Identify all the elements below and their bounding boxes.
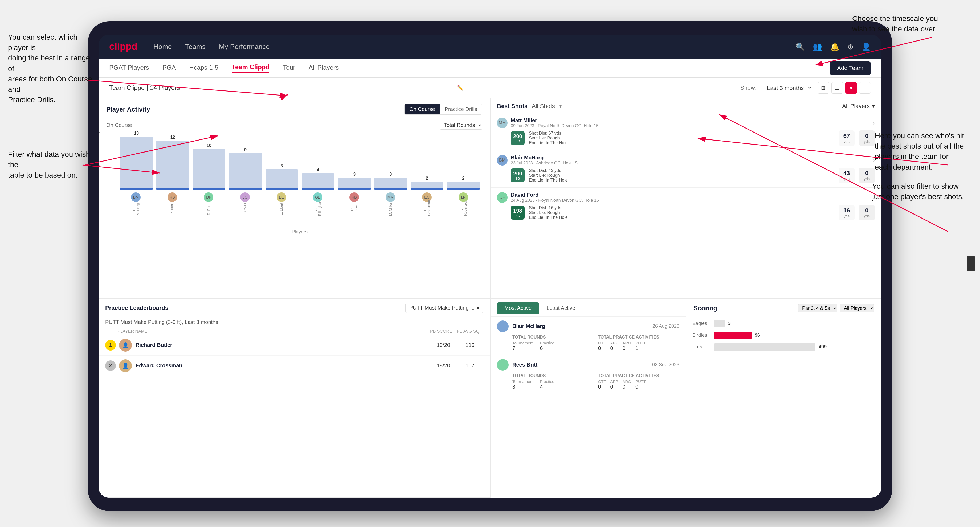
- player-name-david-ford: David Ford: [511, 192, 870, 198]
- view-icons: ⊞ ☰ ♥ ≡: [818, 82, 871, 94]
- shot-item-matt-miller: MM Matt Miller 09 Jun 2023 · Royal North…: [490, 113, 881, 151]
- view-detail-button[interactable]: ≡: [859, 82, 871, 94]
- practice-subtitle: PUTT Must Make Putting (3-6 ft), Last 3 …: [99, 316, 490, 328]
- most-active-tab[interactable]: Most Active: [497, 302, 539, 314]
- active-stats-blair: Total Rounds Tournament 7 Practice 6: [512, 335, 679, 351]
- avatar-l-robertson[interactable]: LR L. Robertson: [447, 192, 480, 216]
- avatar-m-miller[interactable]: MM M. Miller: [374, 192, 407, 216]
- avatar-r-butler[interactable]: RB R. Butler: [338, 192, 371, 216]
- annotation-timescale: Choose the timescale you wish to see the…: [852, 13, 948, 34]
- least-active-tab[interactable]: Least Active: [539, 302, 583, 314]
- avatar-matt-miller[interactable]: MM: [497, 117, 508, 128]
- scoring-header: Scoring Par 3, 4 & 5s All Players: [686, 298, 881, 316]
- bell-icon[interactable]: 🔔: [830, 42, 839, 51]
- player-course-david-ford: 24 Aug 2023 · Royal North Devon GC, Hole…: [511, 198, 870, 203]
- chart-type-dropdown[interactable]: Total Rounds Fairways Hit GIR: [440, 121, 482, 130]
- lb-avatar-edward: 👤: [119, 359, 132, 372]
- sub-nav-all-players[interactable]: All Players: [309, 64, 339, 72]
- nav-teams[interactable]: Teams: [185, 43, 205, 51]
- on-course-toggle[interactable]: On Course: [404, 104, 440, 114]
- scoring-filters: Par 3, 4 & 5s All Players: [798, 304, 874, 313]
- active-stats-rees: Total Rounds Tournament 8 Practice 4: [512, 373, 679, 390]
- sub-nav-team-clippd[interactable]: Team Clippd: [232, 63, 269, 73]
- shot-chevron-1[interactable]: ›: [873, 119, 875, 127]
- lb-name-richard: Richard Butler: [135, 342, 430, 348]
- avatar-d-ford[interactable]: DF D. Ford: [192, 192, 225, 216]
- lb-item-edward-crossman[interactable]: 2 👤 Edward Crossman 18/20 107: [99, 356, 490, 376]
- practice-drills-toggle[interactable]: Practice Drills: [440, 104, 482, 114]
- eagles-bar: [714, 320, 725, 327]
- lb-item-richard-butler[interactable]: 1 👤 Richard Butler 19/20 110: [99, 335, 490, 356]
- most-active-panel: Most Active Least Active Blair McHarg 26…: [490, 298, 686, 498]
- people-icon[interactable]: 👥: [813, 42, 822, 51]
- bar-r-butler: 3: [338, 172, 371, 190]
- player-course-blair-mcharg: 23 Jul 2023 · Ashridge GC, Hole 15: [511, 161, 870, 165]
- nav-my-performance[interactable]: My Performance: [219, 43, 270, 51]
- lb-avg-richard: 110: [457, 342, 483, 348]
- pars-bar: [714, 343, 815, 351]
- lb-avg-edward: 107: [457, 362, 483, 368]
- bar-j-coles: 9: [229, 148, 261, 190]
- birdies-bar: [714, 332, 751, 339]
- player-info-david-ford: David Ford 24 Aug 2023 · Royal North Dev…: [511, 192, 870, 203]
- player-info-matt-miller: Matt Miller 09 Jun 2023 · Royal North De…: [511, 117, 870, 128]
- shot-item-david-ford: DF David Ford 24 Aug 2023 · Royal North …: [490, 187, 881, 225]
- nav-icons: 🔍 👥 🔔 ⊕ 👤: [795, 42, 871, 51]
- navbar: clippd Home Teams My Performance 🔍 👥 🔔 ⊕…: [99, 35, 881, 59]
- best-shots-header: Best Shots All Shots ▾ All Players ▾: [490, 98, 881, 113]
- shot-stats-text-1: Shot Dist: 67 yds Start Lie: Rough End L…: [529, 131, 834, 145]
- lb-score-edward: 18/20: [430, 362, 457, 368]
- practice-drill-dropdown[interactable]: PUTT Must Make Putting ... ▾: [405, 303, 483, 313]
- avatar-r-britt[interactable]: RB R. Britt: [156, 192, 189, 216]
- profile-icon[interactable]: 👤: [861, 42, 871, 51]
- avatar-e-crossman[interactable]: EC E. Crossman: [410, 192, 444, 216]
- nav-logo: clippd: [109, 41, 137, 52]
- avatar-blair-mcharg[interactable]: BM: [497, 155, 508, 165]
- avatar-g-billingham[interactable]: GB G. Billingham: [301, 192, 334, 216]
- all-players-shots-dropdown[interactable]: All Players ▾: [842, 103, 875, 110]
- player-avatars-row: BM B. McHarg RB R. Britt DF D. Ford: [117, 192, 482, 216]
- active-name-rees: Rees Britt: [512, 362, 652, 368]
- active-avatar-rees[interactable]: [497, 359, 509, 371]
- bar-b-mcharg: 13: [120, 131, 153, 190]
- active-tabs: Most Active Least Active: [497, 302, 583, 314]
- view-list-button[interactable]: ☰: [831, 82, 843, 94]
- scoring-player-filter[interactable]: All Players: [840, 304, 874, 313]
- nav-home[interactable]: Home: [153, 43, 172, 51]
- show-dropdown[interactable]: Last 3 months Last 6 months Last year: [762, 83, 812, 94]
- avatar-e-ebert[interactable]: EE E. Ebert: [265, 192, 298, 216]
- show-label: Show:: [740, 84, 757, 91]
- best-shots-panel: Best Shots All Shots ▾ All Players ▾ MM …: [490, 98, 881, 298]
- nav-links: Home Teams My Performance: [153, 43, 795, 51]
- avatar-david-ford[interactable]: DF: [497, 192, 508, 203]
- best-shots-tab[interactable]: Best Shots: [497, 103, 528, 110]
- edit-team-icon[interactable]: ✏️: [457, 85, 464, 91]
- avatar-j-coles[interactable]: JC J. Coles: [229, 192, 261, 216]
- all-shots-tab[interactable]: All Shots: [532, 103, 555, 110]
- shot-badge-3: 198 SG: [511, 206, 525, 220]
- practice-header: Practice Leaderboards PUTT Must Make Put…: [99, 298, 490, 316]
- scoring-title: Scoring: [694, 305, 717, 312]
- plus-circle-icon[interactable]: ⊕: [847, 42, 854, 51]
- sub-nav-pga[interactable]: PGA: [162, 64, 176, 72]
- bar-d-ford: 10: [193, 143, 225, 190]
- sub-nav-tour[interactable]: Tour: [283, 64, 295, 72]
- view-heart-button[interactable]: ♥: [845, 82, 857, 94]
- annotation-filter: Filter what data you wish thetable to be…: [8, 149, 93, 181]
- sub-nav: PGAT Players PGA Hcaps 1-5 Team Clippd T…: [99, 59, 881, 78]
- player-name-blair-mcharg: Blair McHarg: [511, 155, 870, 161]
- sub-nav-pgat[interactable]: PGAT Players: [109, 64, 149, 72]
- rank-badge-2: 2: [105, 360, 116, 371]
- search-icon[interactable]: 🔍: [795, 42, 805, 51]
- avatar-b-mcharg[interactable]: BM B. McHarg: [119, 192, 152, 216]
- active-player-header-1: Blair McHarg 26 Aug 2023: [497, 321, 679, 332]
- shot-stats-text-2: Shot Dist: 43 yds Start Lie: Rough End L…: [529, 168, 834, 183]
- sub-nav-hcaps[interactable]: Hcaps 1-5: [189, 64, 218, 72]
- shot-stat-3-zero: 0 yds: [859, 205, 875, 221]
- scoring-par-filter[interactable]: Par 3, 4 & 5s: [798, 304, 837, 313]
- add-team-button[interactable]: Add Team: [829, 62, 871, 75]
- view-grid-button[interactable]: ⊞: [818, 82, 829, 94]
- rank-badge-1: 1: [105, 340, 116, 351]
- shot-details-2: 200 SG Shot Dist: 43 yds Start Lie: Roug…: [511, 168, 875, 183]
- active-avatar-blair[interactable]: [497, 321, 509, 332]
